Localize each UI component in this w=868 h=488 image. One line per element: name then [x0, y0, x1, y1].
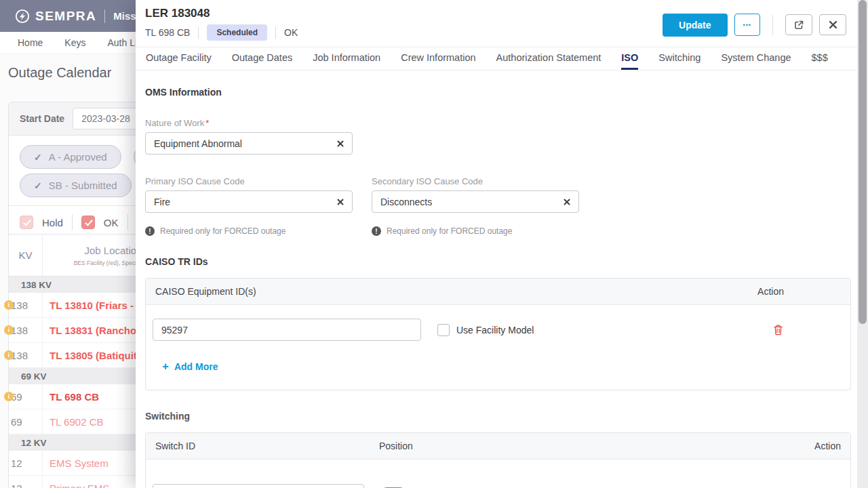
caiso-equipment-card: CAISO Equipment ID(s) Action Use Facilit…	[145, 278, 851, 390]
facility-link[interactable]: TL 13805 (Batiquito	[50, 350, 143, 361]
facility-link[interactable]: EMS System	[50, 458, 108, 469]
switch-id-column-header: Switch ID	[155, 441, 379, 451]
start-date-label: Start Date	[20, 113, 64, 124]
caiso-equipment-row: Use Facility Model	[146, 305, 850, 341]
clear-icon[interactable]	[564, 199, 570, 205]
open-in-new-window-button[interactable]	[785, 14, 812, 35]
hold-checkbox[interactable]	[20, 216, 33, 229]
tab-crew-information[interactable]: Crew Information	[401, 47, 475, 70]
oms-information-heading: OMS Information	[145, 87, 851, 98]
secondary-cause-field: Secondary ISO Cause Code Disconnects ! R…	[372, 176, 579, 236]
switching-heading: Switching	[145, 411, 851, 422]
switching-card-header: Switch ID Position Action	[146, 433, 850, 460]
window-scrollbar[interactable]	[857, 0, 868, 488]
modal-actions: Update •••	[663, 7, 846, 41]
primary-cause-select[interactable]: Fire	[145, 190, 353, 213]
tab-dollars[interactable]: $$$	[812, 47, 828, 70]
tab-switching[interactable]: Switching	[658, 47, 701, 70]
equipment-id-input[interactable]	[153, 319, 421, 341]
ler-detail-modal: LER 183048 TL 698 CB Scheduled OK Update…	[136, 0, 857, 488]
nav-item-keys[interactable]: Keys	[64, 37, 85, 48]
close-button[interactable]	[819, 14, 846, 35]
caiso-card-header: CAISO Equipment ID(s) Action	[146, 279, 850, 305]
secondary-cause-label: Secondary ISO Cause Code	[372, 176, 579, 186]
update-button[interactable]: Update	[663, 14, 727, 37]
scrollbar-thumb[interactable]	[859, 0, 867, 324]
more-options-button[interactable]: •••	[734, 14, 760, 36]
ok-checkbox[interactable]	[81, 216, 95, 229]
facility-name: TL 698 CB	[145, 27, 190, 38]
nature-of-work-label: Nature of Work*	[145, 118, 851, 128]
tab-iso[interactable]: ISO	[621, 47, 638, 70]
primary-cause-note: ! Required only for FORCED outage	[145, 226, 353, 236]
state-text: OK	[284, 27, 298, 38]
info-alert-icon: !	[145, 226, 155, 236]
pill-submitted[interactable]: ✓ SB - Submitted	[20, 174, 132, 197]
use-facility-model-checkbox[interactable]	[437, 324, 450, 336]
brand-divider	[104, 9, 105, 23]
action-column-header: Action	[757, 286, 841, 297]
divider	[127, 214, 128, 230]
tab-system-change[interactable]: System Change	[721, 47, 791, 70]
switching-card: Switch ID Position Action Open	[145, 432, 851, 488]
pill-approved[interactable]: ✓ A - Approved	[20, 145, 121, 169]
position-column-header: Position	[379, 441, 814, 451]
primary-cause-label: Primary ISO Cause Code	[145, 176, 353, 186]
secondary-cause-note: ! Required only for FORCED outage	[372, 226, 579, 236]
action-column-header: Action	[814, 441, 841, 451]
clear-icon[interactable]	[337, 140, 344, 147]
modal-header: LER 183048 TL 698 CB Scheduled OK Update…	[136, 0, 857, 47]
info-icon: i	[4, 325, 14, 335]
facility-link[interactable]: TL 698 CB	[50, 391, 99, 403]
modal-title-block: LER 183048 TL 698 CB Scheduled OK	[145, 7, 298, 41]
add-more-link[interactable]: + Add More	[162, 360, 218, 373]
info-icon: i	[4, 392, 14, 401]
divider	[772, 15, 773, 35]
ok-label: OK	[104, 217, 119, 228]
sempra-logo-icon	[15, 9, 30, 24]
check-icon: ✓	[34, 152, 42, 163]
info-alert-icon: !	[372, 226, 381, 236]
required-asterisk: *	[205, 118, 209, 128]
clear-icon[interactable]	[337, 199, 344, 205]
tab-outage-dates[interactable]: Outage Dates	[232, 47, 292, 70]
nature-of-work-field: Nature of Work* Equipment Abnormal	[145, 118, 851, 155]
iso-tab-content: OMS Information Nature of Work* Equipmen…	[136, 70, 857, 488]
secondary-cause-select[interactable]: Disconnects	[372, 190, 579, 213]
trash-icon	[773, 324, 783, 336]
caiso-id-column-header: CAISO Equipment ID(s)	[155, 286, 256, 297]
pill-label: SB - Submitted	[49, 180, 117, 191]
facility-link[interactable]: TL 6902 CB	[50, 416, 104, 428]
close-icon	[829, 20, 837, 29]
cause-code-row: Primary ISO Cause Code Fire ! Required o…	[145, 176, 851, 236]
nav-item-home[interactable]: Home	[18, 37, 43, 48]
caiso-tr-ids-heading: CAISO TR IDs	[145, 256, 851, 267]
facility-link[interactable]: TL 13831 (Rancho M	[50, 325, 148, 336]
modal-tabs: Outage Facility Outage Dates Job Informa…	[136, 47, 857, 70]
nature-of-work-select[interactable]: Equipment Abnormal	[145, 132, 353, 155]
status-badge: Scheduled	[207, 24, 267, 41]
divider	[198, 26, 199, 39]
ler-title: LER 183048	[145, 7, 298, 20]
switch-id-input[interactable]	[153, 484, 364, 488]
switching-row: Open	[146, 460, 850, 488]
tab-job-information[interactable]: Job Information	[313, 47, 380, 70]
check-icon: ✓	[34, 180, 42, 191]
info-icon: i	[4, 300, 14, 310]
facility-link[interactable]: Primary EMS	[50, 483, 109, 488]
external-link-icon	[793, 20, 804, 30]
ler-subtitle: TL 698 CB Scheduled OK	[145, 24, 298, 41]
divider	[275, 26, 276, 39]
divider	[72, 214, 73, 230]
hold-label: Hold	[42, 217, 63, 228]
primary-cause-field: Primary ISO Cause Code Fire ! Required o…	[145, 176, 353, 236]
use-facility-model-label: Use Facility Model	[456, 325, 534, 336]
tab-outage-facility[interactable]: Outage Facility	[146, 47, 212, 70]
brand-name: SEMPRA	[35, 9, 96, 24]
facility-link[interactable]: TL 13810 (Friars - P	[50, 300, 143, 311]
plus-icon: +	[162, 360, 169, 373]
tab-authorization-statement[interactable]: Authorization Statement	[496, 47, 601, 70]
info-icon: i	[4, 350, 14, 360]
delete-equipment-button[interactable]	[773, 324, 783, 338]
kv-column-header: KV	[9, 235, 43, 276]
